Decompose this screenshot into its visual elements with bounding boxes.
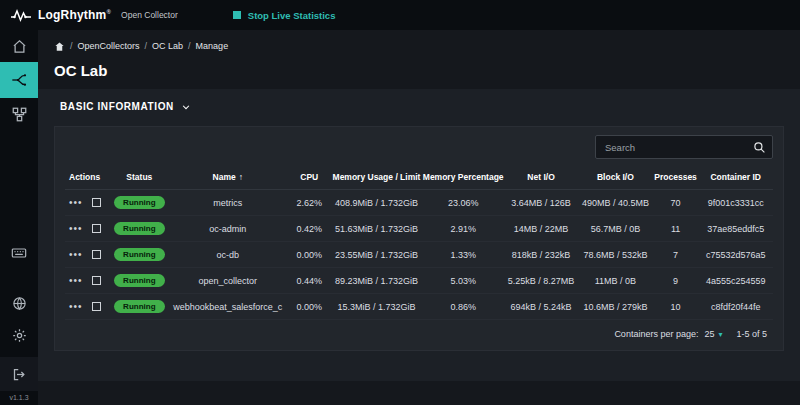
row-processes-cell: 10 — [653, 302, 699, 312]
row-actions-cell: ••• — [65, 198, 111, 208]
row-status-cell: Running — [111, 274, 168, 287]
table-row: ••• Running oc-admin 0.42% 51.63MiB / 1.… — [65, 216, 773, 242]
section-title: BASIC INFORMATION — [60, 101, 174, 112]
row-memory-cell: 23.55MiB / 1.732GiB — [330, 250, 422, 260]
sidebar-item-collectors[interactable] — [0, 62, 38, 98]
row-container-id-cell: c8fdf20f44fe — [699, 302, 773, 312]
page-size-select[interactable]: 25 ▾ — [704, 329, 722, 339]
row-cpu-cell: 2.62% — [288, 198, 330, 208]
row-cpu-cell: 0.42% — [288, 224, 330, 234]
row-actions-cell: ••• — [65, 302, 111, 312]
collector-flow-icon — [11, 72, 27, 88]
sidebar-item-globe[interactable] — [0, 287, 38, 319]
row-cpu-cell: 0.00% — [288, 250, 330, 260]
row-name-cell: oc-admin — [168, 224, 288, 234]
breadcrumb-separator: / — [188, 41, 191, 51]
status-badge: Running — [114, 300, 164, 313]
row-actions-cell: ••• — [65, 276, 111, 286]
column-header-actions[interactable]: Actions — [65, 172, 111, 182]
breadcrumb-item-manage[interactable]: Manage — [196, 41, 229, 51]
column-header-memory-percent[interactable]: Memory Percentage — [423, 172, 504, 182]
breadcrumb-item-oc-lab[interactable]: OC Lab — [152, 41, 183, 51]
column-header-processes[interactable]: Processes — [653, 172, 699, 182]
row-actions-cell: ••• — [65, 224, 111, 234]
pagination: Containers per page: 25 ▾ 1-5 of 5 — [65, 320, 773, 346]
main-content: / OpenCollectors / OC Lab / Manage OC La… — [38, 30, 800, 405]
row-stop-button[interactable] — [92, 198, 101, 207]
column-header-name[interactable]: Name↑ — [168, 172, 288, 182]
row-status-cell: Running — [111, 196, 168, 209]
row-processes-cell: 70 — [653, 198, 699, 208]
sidebar-item-topology[interactable] — [0, 98, 38, 130]
row-stop-button[interactable] — [92, 302, 101, 311]
row-processes-cell: 7 — [653, 250, 699, 260]
search-box — [595, 135, 773, 159]
logrhythm-logo-icon — [10, 8, 32, 22]
sidebar: v1.1.3 — [0, 30, 38, 405]
row-net-io-cell: 3.64MB / 126B — [504, 198, 578, 208]
topology-icon — [12, 107, 27, 122]
row-net-io-cell: 14MB / 22MB — [504, 224, 578, 234]
containers-table-card: Actions Status Name↑ CPU Memory Usage / … — [54, 126, 784, 351]
row-memory-pct-cell: 1.33% — [423, 250, 504, 260]
column-header-container-id[interactable]: Container ID — [699, 172, 773, 182]
breadcrumb-separator: / — [145, 41, 148, 51]
globe-icon — [12, 296, 27, 311]
basic-information-toggle[interactable]: BASIC INFORMATION — [54, 101, 784, 112]
row-name-cell: open_collector — [168, 276, 288, 286]
search-input[interactable] — [595, 135, 773, 159]
row-actions-cell: ••• — [65, 250, 111, 260]
status-badge: Running — [114, 248, 164, 261]
keyboard-icon — [11, 245, 27, 261]
row-memory-cell: 15.3MiB / 1.732GiB — [330, 302, 422, 312]
search-row — [65, 135, 773, 159]
status-badge: Running — [114, 222, 164, 235]
page-size-label: Containers per page: — [614, 329, 698, 339]
column-header-status[interactable]: Status — [111, 172, 168, 182]
row-container-id-cell: 4a555c254559 — [699, 276, 773, 286]
breadcrumb-item-opencollectors[interactable]: OpenCollectors — [78, 41, 140, 51]
sort-asc-icon: ↑ — [239, 172, 243, 182]
status-badge: Running — [114, 196, 164, 209]
row-memory-cell: 89.23MiB / 1.732GiB — [330, 276, 422, 286]
sidebar-item-home[interactable] — [0, 30, 38, 62]
column-header-block-io[interactable]: Block I/O — [578, 172, 652, 182]
table-row: ••• Running oc-db 0.00% 23.55MiB / 1.732… — [65, 242, 773, 268]
row-menu-button[interactable]: ••• — [69, 302, 83, 312]
row-block-io-cell: 78.6MB / 532kB — [578, 250, 652, 260]
row-menu-button[interactable]: ••• — [69, 250, 83, 260]
row-name-cell: oc-db — [168, 250, 288, 260]
row-menu-button[interactable]: ••• — [69, 276, 83, 286]
sidebar-item-keyboard[interactable] — [0, 237, 38, 269]
table-header-row: Actions Status Name↑ CPU Memory Usage / … — [65, 165, 773, 190]
gear-icon — [12, 328, 27, 343]
search-icon[interactable] — [753, 140, 766, 158]
table-row: ••• Running webhookbeat_salesforce_c 0.0… — [65, 294, 773, 320]
row-status-cell: Running — [111, 222, 168, 235]
sidebar-item-logout[interactable] — [0, 357, 38, 391]
row-status-cell: Running — [111, 300, 168, 313]
top-bar: LogRhythm® Open Collector Stop Live Stat… — [0, 0, 800, 30]
brand: LogRhythm® Open Collector — [10, 8, 178, 22]
brand-subtitle: Open Collector — [121, 10, 178, 20]
row-memory-pct-cell: 2.91% — [423, 224, 504, 234]
column-header-net-io[interactable]: Net I/O — [504, 172, 578, 182]
row-status-cell: Running — [111, 248, 168, 261]
caret-down-icon: ▾ — [718, 330, 722, 339]
table-row: ••• Running metrics 2.62% 408.9MiB / 1.7… — [65, 190, 773, 216]
row-stop-button[interactable] — [92, 250, 101, 259]
row-stop-button[interactable] — [92, 224, 101, 233]
row-stop-button[interactable] — [92, 276, 101, 285]
breadcrumb-separator: / — [70, 41, 73, 51]
breadcrumb-home-icon[interactable] — [54, 41, 65, 52]
row-processes-cell: 11 — [653, 224, 699, 234]
row-cpu-cell: 0.00% — [288, 302, 330, 312]
stop-live-statistics-button[interactable]: Stop Live Statistics — [233, 10, 336, 21]
row-menu-button[interactable]: ••• — [69, 198, 83, 208]
row-block-io-cell: 56.7MB / 0B — [578, 224, 652, 234]
column-header-cpu[interactable]: CPU — [288, 172, 330, 182]
column-header-memory-usage[interactable]: Memory Usage / Limit — [330, 172, 422, 182]
row-memory-pct-cell: 23.06% — [423, 198, 504, 208]
sidebar-item-settings[interactable] — [0, 319, 38, 351]
row-menu-button[interactable]: ••• — [69, 224, 83, 234]
